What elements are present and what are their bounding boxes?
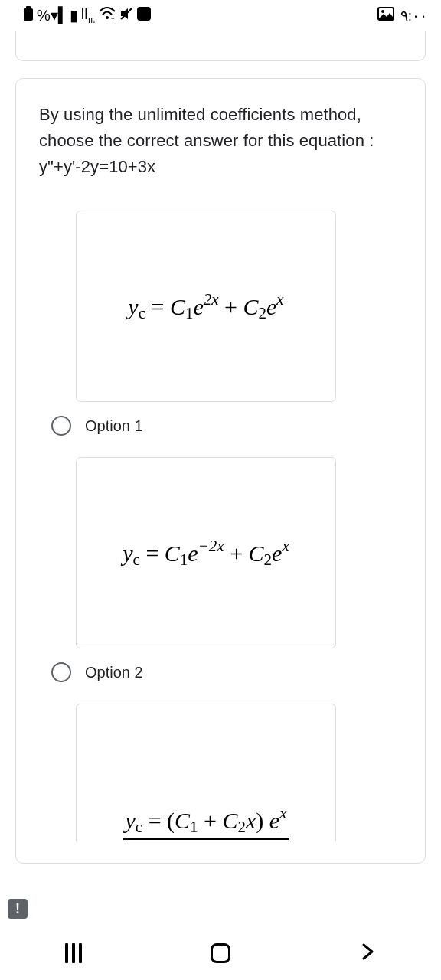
option-2-label: Option 2 xyxy=(85,664,143,681)
status-percent: %▾▍▮ xyxy=(37,6,78,24)
question-text: By using the unlimited coefficients meth… xyxy=(39,102,402,180)
nav-back-button[interactable] xyxy=(322,941,413,965)
svg-rect-1 xyxy=(26,6,31,8)
opt1-exp2: x xyxy=(276,290,283,309)
previous-card-peek xyxy=(15,31,426,61)
option-1-formula: yc = C1e2x + C2ex xyxy=(128,290,283,323)
option-2-image: yc = C1e−2x + C2ex xyxy=(76,457,336,648)
option-3[interactable]: yc = (C1 + C2x) ex xyxy=(39,704,402,841)
alert-badge-icon: ! xyxy=(15,901,20,917)
opt2-exp2: x xyxy=(282,537,289,555)
svg-rect-5 xyxy=(137,7,151,21)
option-1-radio[interactable] xyxy=(51,416,71,436)
option-2-formula: yc = C1e−2x + C2ex xyxy=(122,537,289,570)
nav-home-button[interactable] xyxy=(175,943,266,963)
question-card: By using the unlimited coefficients meth… xyxy=(15,78,426,864)
home-icon xyxy=(211,943,230,963)
content-area: By using the unlimited coefficients meth… xyxy=(0,31,441,926)
svg-point-7 xyxy=(381,10,384,13)
alert-badge[interactable]: ! xyxy=(8,899,28,919)
svg-text:+: + xyxy=(111,15,115,21)
navigation-bar xyxy=(0,926,441,980)
option-1-image: yc = C1e2x + C2ex xyxy=(76,211,336,402)
opt3-exp: x xyxy=(279,804,286,822)
picture-icon xyxy=(377,7,394,24)
wifi-icon: + xyxy=(99,7,116,24)
status-left: %▾▍▮ llıı. + xyxy=(23,5,151,25)
mute-icon xyxy=(119,6,134,25)
svg-rect-0 xyxy=(24,8,33,21)
battery-icon xyxy=(23,6,34,25)
status-right: ٩:٠٠ xyxy=(377,7,427,24)
opt2-exp1: −2x xyxy=(198,537,224,555)
nav-recent-button[interactable] xyxy=(28,943,119,963)
svg-point-2 xyxy=(106,16,109,19)
option-2[interactable]: yc = C1e−2x + C2ex Option 2 xyxy=(39,457,402,682)
option-1-label: Option 1 xyxy=(85,417,143,435)
app-icon xyxy=(137,7,151,24)
option-3-formula: yc = (C1 + C2x) ex xyxy=(123,804,288,840)
opt1-exp1: 2x xyxy=(204,290,219,309)
back-icon xyxy=(357,941,378,965)
option-3-image: yc = (C1 + C2x) ex xyxy=(76,704,336,841)
status-clock: ٩:٠٠ xyxy=(400,7,427,24)
status-bar: %▾▍▮ llıı. + ٩:٠٠ xyxy=(0,0,441,31)
recent-apps-icon xyxy=(65,943,82,963)
option-1[interactable]: yc = C1e2x + C2ex Option 1 xyxy=(39,211,402,436)
option-2-radio[interactable] xyxy=(51,662,71,682)
